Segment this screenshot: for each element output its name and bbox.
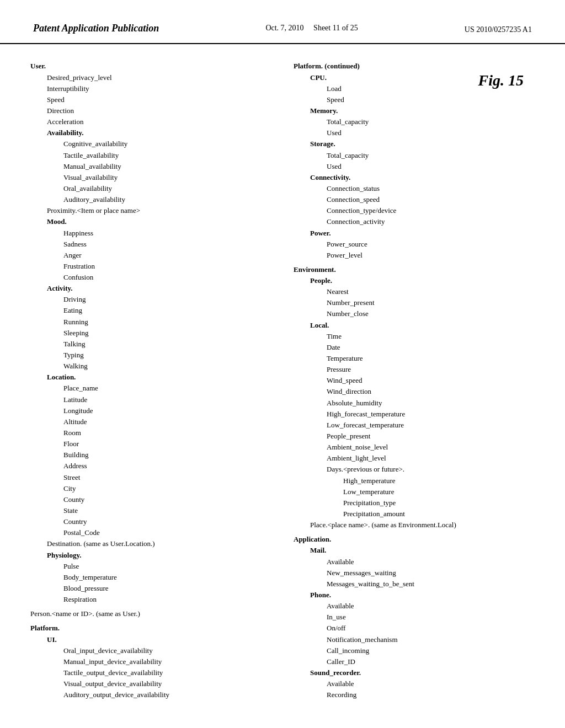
list-item: Application. — [294, 534, 535, 545]
list-item: Country — [30, 516, 271, 527]
header-center: Oct. 7, 2010 Sheet 11 of 25 — [265, 22, 358, 34]
list-item: Nearest — [294, 286, 535, 297]
list-item: Interruptibility — [30, 83, 271, 94]
list-item: Available — [294, 556, 535, 568]
list-item: Running — [30, 317, 271, 328]
list-item: Messages_waiting_to_be_sent — [294, 579, 535, 590]
list-item: Person.<name or ID>. (same as User.) — [30, 608, 271, 619]
list-item: Place_name — [30, 383, 271, 394]
list-item: Memory. — [294, 105, 535, 116]
list-item: Oral_input_device_availability — [30, 645, 271, 656]
list-item: Body_temperature — [30, 572, 271, 583]
list-item: High_forecast_temperature — [294, 409, 535, 420]
list-item: Connectivity. — [294, 172, 535, 183]
list-item: Mood. — [30, 216, 271, 227]
list-item: Availability. — [30, 127, 271, 138]
list-item: Low_temperature — [294, 486, 535, 497]
list-item: Connection_speed — [294, 194, 535, 205]
list-item: Auditory_availability — [30, 194, 271, 205]
list-item: Sound_recorder. — [294, 667, 535, 678]
list-item: Tactile_availability — [30, 150, 271, 161]
list-item: Temperature — [294, 353, 535, 364]
list-item: Pressure — [294, 364, 535, 375]
list-item: UI. — [30, 634, 271, 645]
list-item: Power_level — [294, 250, 535, 261]
list-item: Sleeping — [30, 328, 271, 339]
list-item: New_messages_waiting — [294, 568, 535, 579]
list-item: Used — [294, 127, 535, 138]
list-item: Respiration — [30, 594, 271, 605]
list-item: Confusion — [30, 272, 271, 283]
list-item: Used — [294, 161, 535, 172]
list-item: Time — [294, 331, 535, 342]
list-item: Proximity.<Item or place name> — [30, 205, 271, 216]
list-item: Platform. — [30, 623, 271, 634]
list-item: Connection_activity — [294, 216, 535, 227]
list-item: Visual_availability — [30, 172, 271, 183]
list-item: Connection_type/device — [294, 205, 535, 216]
figure-label: Fig. 15 — [478, 72, 524, 89]
list-item: Desired_privacy_level — [30, 72, 271, 83]
list-item: Room — [30, 427, 271, 438]
list-item: Phone. — [294, 590, 535, 601]
list-item: Wind_speed — [294, 375, 535, 386]
list-item: Acceleration — [30, 116, 271, 127]
list-item: Sadness — [30, 239, 271, 250]
right-column: Fig. 15 Platform. (continued)CPU.LoadSpe… — [294, 61, 535, 700]
list-item: Available — [294, 678, 535, 689]
list-item: Precipitation_type — [294, 497, 535, 508]
list-item: Latitude — [30, 394, 271, 405]
list-item: Total_capacity — [294, 150, 535, 161]
list-item: Walking — [30, 361, 271, 372]
list-item: Mail. — [294, 545, 535, 556]
list-item: Date — [294, 342, 535, 353]
list-item: State — [30, 505, 271, 516]
publication-title: Patent Application Publication — [33, 23, 159, 34]
left-column: User.Desired_privacy_levelInterruptibili… — [30, 61, 271, 700]
list-item: Pulse — [30, 561, 271, 572]
list-item: Caller_ID — [294, 656, 535, 667]
list-item: Connection_status — [294, 183, 535, 194]
list-item: Available — [294, 601, 535, 612]
sheet-info: Sheet 11 of 25 — [313, 24, 358, 32]
list-item: Frustration — [30, 261, 271, 272]
list-item: Location. — [30, 372, 271, 383]
list-item: Happiness — [30, 228, 271, 239]
list-item: In_use — [294, 612, 535, 623]
list-item: Cognitive_availability — [30, 138, 271, 149]
list-item: Ambient_noise_level — [294, 442, 535, 453]
list-item: Driving — [30, 294, 271, 305]
list-item: Manual_input_device_availability — [30, 656, 271, 667]
list-item: Visual_output_device_availability — [30, 678, 271, 689]
list-item: Number_present — [294, 297, 535, 308]
list-item: Talking — [30, 339, 271, 350]
list-item: Auditory_output_device_availability — [30, 689, 271, 700]
list-item: Eating — [30, 305, 271, 316]
page: Patent Application Publication Oct. 7, 2… — [0, 0, 565, 728]
list-item: Address — [30, 461, 271, 472]
list-item: Low_forecast_temperature — [294, 420, 535, 431]
list-item: People. — [294, 275, 535, 286]
list-item: Power. — [294, 228, 535, 239]
list-item: Manual_availability — [30, 161, 271, 172]
list-item: Floor — [30, 438, 271, 449]
list-item: Speed — [30, 94, 271, 105]
list-item: Destination. (same as User.Location.) — [30, 538, 271, 549]
list-item: Direction — [30, 105, 271, 116]
list-item: Storage. — [294, 138, 535, 149]
list-item: Wind_direction — [294, 386, 535, 397]
list-item: Local. — [294, 320, 535, 331]
list-item: Ambient_light_level — [294, 453, 535, 464]
list-item: Street — [30, 472, 271, 483]
list-item: Notification_mechanism — [294, 634, 535, 645]
patent-number: US 2010/0257235 A1 — [465, 25, 532, 34]
list-item: Place.<place name>. (same as Environment… — [294, 520, 535, 531]
list-item: Postal_Code — [30, 527, 271, 538]
list-item: Anger — [30, 250, 271, 261]
list-item: On/off — [294, 623, 535, 634]
page-header: Patent Application Publication Oct. 7, 2… — [0, 0, 565, 44]
list-item: Activity. — [30, 283, 271, 294]
publication-date: Oct. 7, 2010 — [265, 24, 303, 32]
list-item: High_temperature — [294, 475, 535, 486]
list-item: Building — [30, 449, 271, 461]
